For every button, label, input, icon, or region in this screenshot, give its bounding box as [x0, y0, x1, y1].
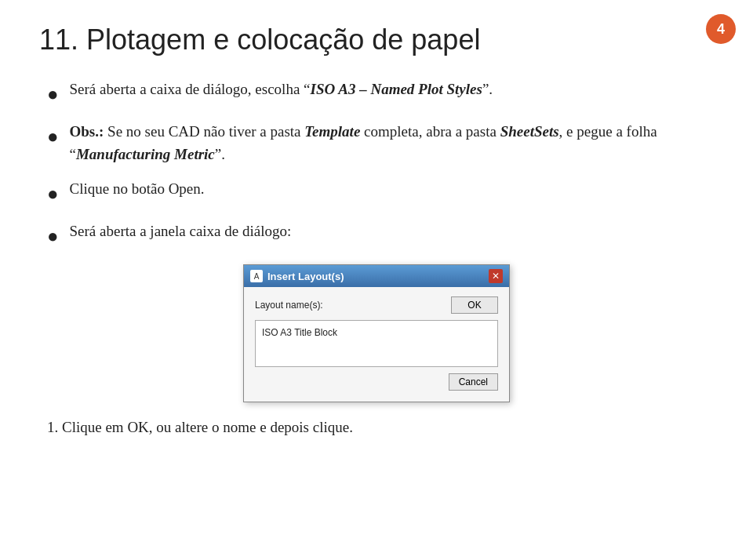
dialog-close-button[interactable]: ✕ — [489, 269, 503, 283]
dialog-titlebar: A Insert Layout(s) ✕ — [244, 265, 509, 287]
obs-label: Obs.: — [70, 123, 104, 140]
bullet-text: Será aberta a caixa de diálogo, escolha … — [70, 78, 493, 101]
list-item: ● Obs.: Se no seu CAD não tiver a pasta … — [47, 121, 714, 165]
list-item: ● Será aberta a caixa de diálogo, escolh… — [47, 78, 714, 108]
bullet-text: Será aberta a janela caixa de diálogo: — [70, 220, 292, 243]
dialog-body: Layout name(s): OK ISO A3 Title Block Ca… — [244, 287, 509, 402]
numbered-list-item: 1. Clique em OK, ou altere o nome e depo… — [47, 416, 714, 439]
dialog-field-label: Layout name(s): — [255, 300, 323, 311]
page-number-badge: 4 — [706, 14, 736, 44]
list-item: ● Clique no botão Open. — [47, 178, 714, 208]
dialog-list-area: ISO A3 Title Block — [255, 320, 498, 367]
list-item: ● Será aberta a janela caixa de diálogo: — [47, 220, 714, 250]
dialog-titlebar-left: A Insert Layout(s) — [250, 270, 344, 282]
dialog-list-item: ISO A3 Title Block — [262, 325, 491, 340]
dialog-ok-button[interactable]: OK — [451, 296, 498, 314]
dialog-label-row: Layout name(s): OK — [255, 296, 498, 314]
bullet-dot: ● — [47, 222, 59, 250]
dialog-cancel-row: Cancel — [255, 373, 498, 391]
dialog-container: A Insert Layout(s) ✕ Layout name(s): OK … — [243, 264, 510, 402]
manufacturing-metric-label: Manufacturing Metric — [76, 146, 215, 162]
dialog-app-icon: A — [250, 270, 263, 282]
numbered-list: 1. Clique em OK, ou altere o nome e depo… — [47, 416, 714, 439]
iso-a3-named: ISO A3 – Named Plot Styles — [311, 81, 482, 97]
dialog-title: Insert Layout(s) — [267, 271, 344, 282]
bullet-dot: ● — [47, 180, 59, 208]
dialog-cancel-button[interactable]: Cancel — [449, 373, 498, 391]
dialog-window: A Insert Layout(s) ✕ Layout name(s): OK … — [243, 264, 510, 402]
template-label: Template — [304, 123, 360, 140]
bullet-text: Clique no botão Open. — [70, 178, 205, 201]
page-title: 11. Plotagem e colocação de papel — [39, 24, 714, 56]
bullet-dot: ● — [47, 122, 59, 151]
sheetsets-label: SheetSets — [500, 123, 559, 140]
bullet-text: Obs.: Se no seu CAD não tiver a pasta Te… — [70, 121, 715, 165]
bullet-list: ● Será aberta a caixa de diálogo, escolh… — [47, 78, 714, 250]
bullet-dot: ● — [47, 80, 59, 108]
